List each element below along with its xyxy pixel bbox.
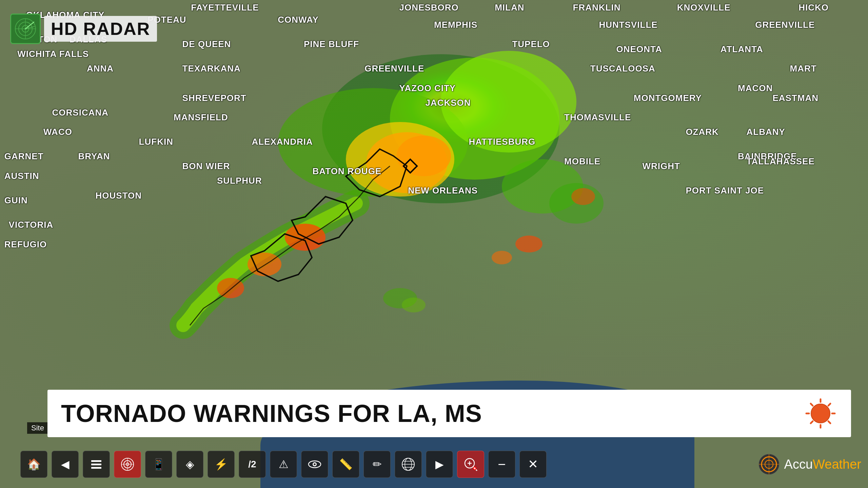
- globe-button[interactable]: [395, 451, 422, 478]
- city-conway: CONWAY: [278, 15, 319, 25]
- city-alexandria: ALEXANDRIA: [252, 137, 313, 147]
- city-de-queen: DE QUEEN: [182, 39, 231, 49]
- svg-line-31: [811, 404, 813, 406]
- layers-button[interactable]: [83, 451, 110, 478]
- city-victoria: VICTORIA: [9, 220, 54, 230]
- radar-icon: [10, 14, 41, 44]
- city-oneonta: ONEONTA: [616, 44, 662, 55]
- city-sulphur: SULPHUR: [217, 176, 262, 186]
- city-texarkana: TEXARKANA: [182, 63, 241, 74]
- accu-text: Accu: [784, 457, 813, 471]
- svg-rect-36: [91, 464, 101, 465]
- city-baton-rouge: BATON ROUGE: [313, 166, 382, 177]
- site-label: Site: [27, 422, 48, 434]
- draw-button[interactable]: ✏: [363, 451, 391, 478]
- toolbar: 🏠 ◀ 📱 ◈ ⚡ /2 ⚠: [20, 447, 861, 481]
- accuweather-text: AccuWeather: [784, 457, 861, 472]
- city-bryan: BRYAN: [78, 151, 110, 162]
- weather-text: Weather: [813, 457, 861, 471]
- svg-line-33: [828, 404, 830, 406]
- home-button[interactable]: 🏠: [20, 451, 47, 478]
- city-mansfield: MANSFIELD: [174, 112, 228, 123]
- eye-button[interactable]: [301, 451, 328, 478]
- city-guin: GUIN: [4, 195, 28, 206]
- city-fayetteville: FAYETTEVILLE: [191, 2, 259, 13]
- city-wright: WRIGHT: [642, 161, 680, 171]
- city-jonesboro: JONESBORO: [399, 2, 459, 13]
- svg-line-34: [811, 421, 813, 423]
- city-milan: MILAN: [495, 2, 524, 13]
- city-shreveport: SHREVEPORT: [182, 93, 246, 103]
- city-macon: MACON: [738, 83, 773, 94]
- map-container: FAYETTEVILLE CONWAY JONESBORO MILAN FRAN…: [0, 0, 868, 488]
- svg-point-26: [811, 404, 830, 423]
- zoom-out-button[interactable]: −: [488, 451, 515, 478]
- city-houston: HOUSTON: [96, 190, 142, 201]
- city-garnet: GARNET: [4, 151, 44, 162]
- radar-button[interactable]: [114, 451, 141, 478]
- phone-button[interactable]: 📱: [145, 451, 172, 478]
- svg-line-32: [828, 421, 830, 423]
- city-greenville: GREENVILLE: [364, 63, 424, 74]
- svg-rect-37: [91, 467, 101, 469]
- city-waco: WACO: [43, 127, 72, 137]
- city-franklin: FRANKLIN: [573, 2, 621, 13]
- 12h-button[interactable]: /2: [239, 451, 266, 478]
- city-corsicana: CORSICANA: [52, 107, 108, 118]
- city-memphis: MEMPHIS: [434, 20, 477, 30]
- city-lufkin: LUFKIN: [139, 137, 173, 147]
- city-montgomery: MONTGOMERY: [634, 93, 702, 103]
- lightning-button[interactable]: ⚡: [208, 451, 235, 478]
- svg-rect-35: [91, 460, 101, 462]
- hd-radar-text: HD RADAR: [44, 16, 157, 42]
- hd-radar-badge: HD RADAR: [10, 14, 157, 44]
- city-atlanta: ATLANTA: [721, 44, 763, 55]
- city-tupelo: TUPELO: [512, 39, 550, 49]
- sun-icon: [804, 396, 837, 430]
- city-ozark: OZARK: [686, 127, 718, 137]
- city-refugio: REFUGIO: [4, 239, 47, 250]
- banner-text: TORNADO WARNINGS FOR LA, MS: [61, 400, 482, 427]
- warning-button[interactable]: ⚠: [270, 451, 297, 478]
- location-button[interactable]: ◈: [176, 451, 203, 478]
- bottom-banner: TORNADO WARNINGS FOR LA, MS: [47, 390, 851, 437]
- accuweather-logo: AccuWeather: [758, 453, 861, 475]
- city-mobile: MOBILE: [564, 156, 600, 167]
- city-tuscaloosa: TUSCALOOSA: [590, 63, 655, 74]
- city-hicko: HICKO: [798, 2, 829, 13]
- city-mart: MART: [790, 63, 817, 74]
- zoom-in-button[interactable]: [457, 451, 484, 478]
- hd-radar-label: HD RADAR: [51, 19, 150, 39]
- city-huntsville: HUNTSVILLE: [599, 20, 657, 30]
- city-yazoo: YAZOO CITY: [399, 83, 456, 94]
- accuweather-icon: [758, 453, 780, 475]
- city-bon-wier: BON WIER: [182, 161, 230, 171]
- city-jackson: JACKSON: [425, 98, 471, 108]
- play-button[interactable]: ▶: [426, 451, 453, 478]
- back-button[interactable]: ◀: [52, 451, 79, 478]
- measure-button[interactable]: 📏: [332, 451, 359, 478]
- city-hattiesburg: HATTIESBURG: [469, 137, 535, 147]
- city-eastman: EASTMAN: [772, 93, 818, 103]
- city-austin: AUSTIN: [4, 171, 39, 181]
- city-anna: ANNA: [87, 63, 114, 74]
- city-albany: ALBANY: [747, 127, 785, 137]
- city-knoxville: KNOXVILLE: [677, 2, 731, 13]
- city-new-orleans: NEW ORLEANS: [408, 185, 478, 196]
- close-button[interactable]: ✕: [519, 451, 547, 478]
- city-wichita: WICHITA FALLS: [17, 49, 89, 59]
- city-tallahassee: TALLAHASSEE: [747, 156, 815, 167]
- city-port-st-joe: PORT SAINT JOE: [686, 185, 764, 196]
- city-thomasville: THOMASVILLE: [564, 112, 631, 123]
- city-greenville-e: GREENVILLE: [755, 20, 815, 30]
- svg-point-45: [314, 463, 316, 465]
- city-pine-bluff: PINE BLUFF: [304, 39, 359, 49]
